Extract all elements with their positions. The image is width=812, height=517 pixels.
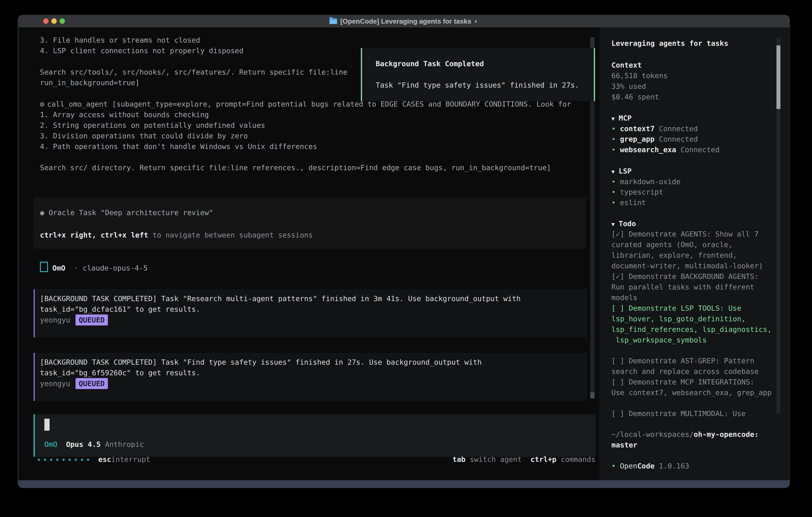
agent-model: claude-opus-4-5 [83, 264, 148, 272]
scrollbar-thumb[interactable] [590, 392, 594, 398]
lsp-item: •typescript [611, 187, 663, 197]
task-message-line1: [BACKGROUND TASK COMPLETED] Task "Resear… [40, 293, 521, 304]
scrollback-numbered-issues: 3. File handles or streams not closed 4.… [40, 35, 243, 56]
text-cursor [45, 419, 50, 431]
omo-agent-icon [40, 262, 48, 272]
status-dot-icon: • [611, 178, 616, 186]
lsp-item: •markdown-oxide [611, 176, 680, 187]
subagent-nav-hint: ctrl+x right, ctrl+x left to navigate be… [40, 230, 313, 240]
agent-name: OmO [52, 264, 65, 272]
input-agent-name: OmO [45, 440, 57, 448]
window-title: [OpenCode] Leveraging agents for tasks [340, 15, 471, 27]
task-message-line2: task_id="bg_dcfac161" to get results. [40, 304, 200, 315]
oracle-task-title: Oracle Task "Deep architecture review" [49, 209, 213, 217]
lsp-name: eslint [620, 198, 646, 207]
window-title-group: [OpenCode] Leveraging agents for tasks ◐ [329, 15, 478, 27]
ctrlp-key-hint: ctrl+p [530, 455, 556, 463]
folder-icon [329, 19, 337, 24]
username: yeongyu [40, 316, 70, 324]
status-badge: QUEUED [76, 315, 108, 325]
gear-icon: ⚙ [40, 100, 45, 108]
task-message-line1: [BACKGROUND TASK COMPLETED] Task "Find t… [40, 357, 482, 368]
esc-key-hint: esc [98, 454, 111, 465]
spinner-dots-icon: ▪▪▪▪▪▪▪▪▪ [37, 454, 93, 465]
status-dot-icon: • [611, 145, 616, 154]
lsp-item: •eslint [611, 197, 646, 208]
maximize-button[interactable] [60, 19, 65, 24]
background-task-toast[interactable]: Background Task Completed Task "Find typ… [361, 48, 595, 101]
status-badge: QUEUED [76, 378, 108, 389]
titlebar: [OpenCode] Leveraging agents for tasks ◐ [18, 15, 790, 27]
mcp-status: Connected [680, 145, 720, 154]
background-task-message[interactable]: [BACKGROUND TASK COMPLETED] Task "Find t… [34, 353, 587, 401]
context-stats: 66,518 tokens 33% used $0.46 spent [611, 71, 668, 102]
toast-message: Task "Find type safety issues" finished … [376, 80, 579, 90]
toast-title: Background Task Completed [376, 58, 484, 69]
scrollback-search-prompt-2: Search src/ directory. Return specific f… [40, 162, 551, 173]
minimize-button[interactable] [51, 19, 57, 24]
lsp-name: markdown-oxide [620, 178, 680, 186]
sidebar-scrollbar-thumb[interactable] [777, 45, 780, 109]
collapse-triangle-icon: ▼ [611, 115, 615, 122]
close-button[interactable] [43, 19, 49, 24]
input-model-line: OmO Opus 4.5 Anthropic [45, 439, 144, 450]
todo-done-items: [✓] Demonstrate AGENTS: Show all 7 curat… [611, 229, 763, 303]
status-bar-right: tab switch agent ctrl+p commands [453, 454, 596, 465]
mcp-item: •grep_app Connected [611, 134, 698, 144]
workspace-path: ~/local-workspaces/oh-my-opencode:master [611, 429, 759, 450]
status-bar-left: ▪▪▪▪▪▪▪▪▪esc interrupt [37, 454, 150, 465]
input-model-name: Opus 4.5 [66, 440, 100, 448]
lsp-name: typescript [620, 188, 663, 196]
tab-key-label: switch agent [470, 455, 522, 463]
workspace-dir: ~/local-workspaces/ [611, 430, 694, 438]
todo-pending-item-multimodal: [ ] Demonstrate MULTIMODAL: Use [611, 408, 746, 419]
scrollback-search-prompt-1: Search src/tools/, src/hooks/, src/featu… [40, 67, 347, 88]
prompt-input[interactable]: OmO Opus 4.5 Anthropic [34, 414, 596, 457]
mcp-name: context7 [620, 125, 655, 133]
hint-text: to navigate between subagent sessions [148, 231, 313, 239]
mcp-item: •context7 Connected [611, 124, 698, 134]
background-task-message[interactable]: [BACKGROUND TASK COMPLETED] Task "Resear… [34, 289, 587, 337]
todo-section-header[interactable]: ▼Todo [611, 218, 636, 229]
lsp-heading: LSP [618, 167, 632, 175]
mcp-status: Connected [659, 135, 698, 143]
mcp-status: Connected [659, 125, 698, 133]
oracle-task-card[interactable]: ◉ Oracle Task "Deep architecture review"… [34, 197, 586, 249]
mcp-heading: MCP [618, 114, 632, 122]
task-message-meta: yeongyuQUEUED [40, 315, 108, 325]
mcp-name: websearch_exa [620, 145, 676, 154]
scrollbar-top-cap [590, 37, 594, 49]
app-name-bold: Code [637, 462, 655, 470]
input-provider-name: Anthropic [105, 440, 144, 448]
todo-active-item: [ ] Demonstrate LSP TOOLS: Use lsp_hover… [611, 303, 772, 345]
task-message-line2: task_id="bg_6f59260c" to get results. [40, 368, 200, 378]
workspace-repo: oh-my-opencode: [694, 430, 759, 438]
workspace-branch: master [611, 441, 637, 449]
separator-dot: · [74, 264, 78, 272]
username: yeongyu [40, 379, 70, 388]
status-dot-icon: • [611, 135, 616, 143]
app-version-number: 1.0.163 [659, 462, 689, 470]
hint-keys: ctrl+x right, ctrl+x left [40, 231, 148, 239]
session-sidebar: Leveraging agents for tasks Context 66,5… [600, 27, 790, 481]
screen: [OpenCode] Leveraging agents for tasks ◐… [0, 0, 812, 517]
lsp-section-header[interactable]: ▼LSP [611, 166, 632, 177]
tab-key-hint: tab [453, 455, 466, 463]
sidebar-scrollbar[interactable] [777, 38, 780, 413]
mcp-section-header[interactable]: ▼MCP [611, 113, 632, 124]
progress-circle-icon: ◐ [474, 15, 478, 27]
agent-session-header: OmO · claude-opus-4-5 [40, 262, 148, 273]
oracle-task-title-line: ◉ Oracle Task "Deep architecture review" [40, 207, 213, 218]
status-dot-icon: • [611, 198, 616, 207]
radio-dot-icon: ◉ [40, 209, 45, 217]
task-message-meta: yeongyuQUEUED [40, 378, 108, 389]
collapse-triangle-icon: ▼ [611, 221, 615, 227]
edge-case-bug-list: 1. Array access without bounds checking … [40, 109, 317, 152]
opencode-terminal-window: [OpenCode] Leveraging agents for tasks ◐… [18, 15, 790, 488]
mcp-name: grep_app [620, 135, 655, 143]
tool-call-text: call_omo_agent [subagent_type=explore, p… [47, 100, 571, 108]
todo-pending-items: [ ] Demonstrate AST-GREP: Pattern search… [611, 355, 772, 398]
session-title: Leveraging agents for tasks [611, 38, 728, 49]
app-name-regular: Open [620, 462, 637, 470]
status-dot-icon: • [611, 188, 616, 196]
